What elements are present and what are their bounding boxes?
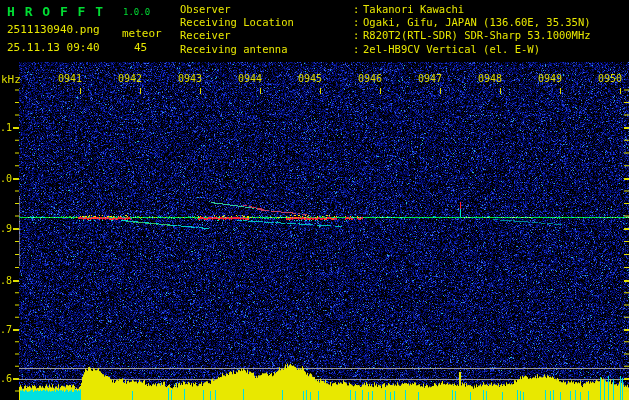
- info-label: Receiving antenna: [180, 43, 353, 56]
- info-row-location: Receiving Location:Ogaki, Gifu, JAPAN (1…: [180, 16, 591, 29]
- app-version: 1.0.0: [123, 7, 150, 17]
- info-value: Takanori Kawachi: [363, 3, 464, 16]
- info-row-antenna: Receiving antenna:2el-HB9CV Vertical (el…: [180, 43, 591, 56]
- info-label: Receiver: [180, 29, 353, 42]
- echo-count: 45: [134, 41, 147, 54]
- info-row-observer: Observer:Takanori Kawachi: [180, 3, 591, 16]
- info-colon: :: [353, 3, 363, 16]
- info-value: Ogaki, Gifu, JAPAN (136.60E, 35.35N): [363, 16, 591, 29]
- info-value: R820T2(RTL-SDR) SDR-Sharp 53.1000MHz: [363, 29, 591, 42]
- info-colon: :: [353, 29, 363, 42]
- info-colon: :: [353, 16, 363, 29]
- info-label: Receiving Location: [180, 16, 353, 29]
- date-time: 25.11.13 09:40: [7, 41, 100, 54]
- spectrogram-canvas: [0, 0, 629, 400]
- info-value: 2el-HB9CV Vertical (el. E-W): [363, 43, 540, 56]
- info-colon: :: [353, 43, 363, 56]
- info-row-receiver: Receiver:R820T2(RTL-SDR) SDR-Sharp 53.10…: [180, 29, 591, 42]
- observer-info-panel: Observer:Takanori Kawachi Receiving Loca…: [180, 3, 591, 56]
- info-label: Observer: [180, 3, 353, 16]
- file-name: 2511130940.png: [7, 23, 100, 36]
- hrofft-window: H R O F F T 1.0.0 2511130940.png meteor …: [0, 0, 629, 400]
- app-title: H R O F F T: [7, 4, 104, 19]
- mode-label: meteor: [122, 27, 162, 40]
